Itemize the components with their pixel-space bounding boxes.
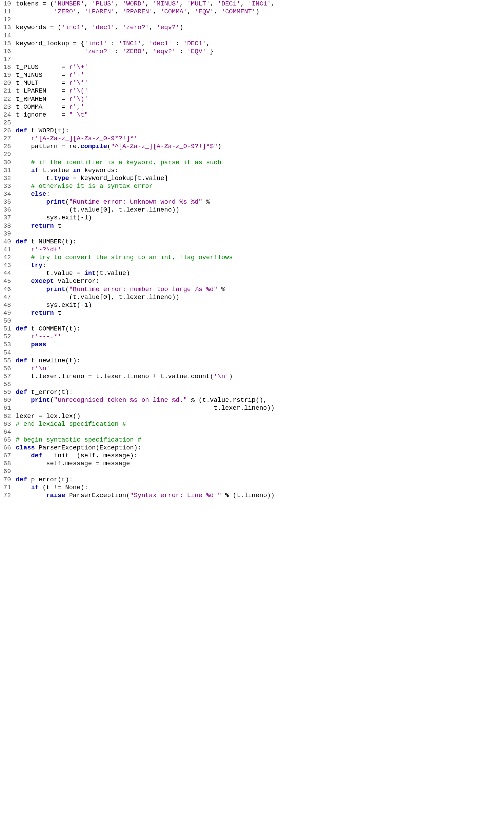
token-pl: ) bbox=[256, 8, 260, 15]
token-pl: t_PLUS = bbox=[16, 64, 69, 71]
token-pl: } bbox=[206, 48, 214, 55]
token-str: "Unrecognised token %s on line %d." bbox=[54, 397, 187, 404]
line-number: 62 bbox=[0, 412, 16, 420]
line-number: 54 bbox=[0, 349, 16, 357]
code-line: 41 r'-?\d+' bbox=[0, 246, 275, 254]
token-kw: def bbox=[16, 476, 27, 483]
code-line: 36 (t.value[0], t.lexer.lineno)) bbox=[0, 206, 275, 214]
line-number: 30 bbox=[0, 159, 16, 167]
token-pl bbox=[16, 198, 46, 206]
line-content: def t_COMMENT(t): bbox=[16, 325, 81, 333]
token-pl: t_ignore = bbox=[16, 111, 69, 119]
line-content: t.lexer.lineno)) bbox=[16, 404, 275, 412]
token-pl: (t.value[0], t.lexer.lineno)) bbox=[16, 294, 179, 301]
token-pl: , bbox=[187, 8, 195, 15]
token-pl: t bbox=[54, 222, 61, 230]
token-pl bbox=[16, 286, 46, 293]
code-line: 61 t.lexer.lineno)) bbox=[0, 404, 275, 412]
token-str: r'\+' bbox=[69, 64, 88, 71]
line-number: 46 bbox=[0, 286, 16, 293]
line-number: 69 bbox=[0, 468, 16, 475]
token-pl: % (t.value.rstrip(), bbox=[187, 397, 267, 404]
token-cm: # begin syntactic specification # bbox=[16, 436, 141, 444]
code-line: 71 if (t != None): bbox=[0, 484, 275, 492]
token-pl: t_NUMBER(t): bbox=[27, 238, 76, 245]
line-content: def t_error(t): bbox=[16, 388, 73, 396]
line-number: 61 bbox=[0, 404, 16, 412]
token-fn: print bbox=[31, 397, 50, 404]
token-str: 'inc1' bbox=[61, 24, 84, 31]
line-number: 49 bbox=[0, 309, 16, 317]
code-line: 43 try: bbox=[0, 262, 275, 269]
code-line: 31 if t.value in keywords: bbox=[0, 167, 275, 174]
token-kw: def bbox=[31, 452, 42, 459]
token-pl: : bbox=[43, 262, 46, 269]
line-number: 32 bbox=[0, 174, 16, 182]
line-content: self.message = message bbox=[16, 460, 130, 468]
token-str: 'INC1' bbox=[248, 0, 271, 8]
line-number: 40 bbox=[0, 238, 16, 246]
token-pl: ParserException( bbox=[65, 492, 130, 499]
line-number: 56 bbox=[0, 365, 16, 373]
line-content: keyword_lookup = {'inc1' : 'INC1', 'dec1… bbox=[16, 40, 210, 48]
code-line: 44 t.value = int(t.value) bbox=[0, 269, 275, 277]
token-cm: # end lexical specification # bbox=[16, 421, 126, 428]
token-pl: t. bbox=[16, 175, 54, 182]
line-content: # begin syntactic specification # bbox=[16, 436, 141, 444]
token-cm: # try to convert the string to an int, f… bbox=[31, 254, 232, 261]
line-number: 66 bbox=[0, 444, 16, 452]
token-pl: t.lexer.lineno)) bbox=[16, 405, 275, 412]
token-pl bbox=[16, 159, 31, 166]
token-str: r'\n' bbox=[31, 365, 50, 372]
token-pl bbox=[16, 310, 31, 317]
line-number: 37 bbox=[0, 214, 16, 222]
line-number: 41 bbox=[0, 246, 16, 254]
line-content: t_COMMA = r',' bbox=[16, 103, 84, 111]
token-pl: , bbox=[210, 0, 217, 8]
code-line: 45 except ValueError: bbox=[0, 277, 275, 285]
code-line: 39 bbox=[0, 230, 275, 238]
token-kw: return bbox=[31, 222, 54, 230]
token-pl: % (t.lineno)) bbox=[221, 492, 275, 499]
token-pl: : bbox=[172, 40, 183, 47]
token-pl: % bbox=[217, 286, 225, 293]
token-pl: sys.exit(-1) bbox=[16, 302, 92, 309]
line-content: pattern = re.compile("^[A-Za-z_][A-Za-z_… bbox=[16, 143, 221, 150]
token-pl bbox=[16, 246, 31, 253]
code-line: 67 def __init__(self, message): bbox=[0, 452, 275, 460]
line-number: 19 bbox=[0, 71, 16, 79]
code-line: 32 t.type = keyword_lookup[t.value] bbox=[0, 174, 275, 182]
line-content: def __init__(self, message): bbox=[16, 452, 137, 460]
token-pl bbox=[16, 492, 46, 499]
token-pl bbox=[16, 365, 31, 372]
line-content: r'-?\d+' bbox=[16, 246, 61, 254]
token-str: 'DEC1' bbox=[218, 0, 241, 8]
code-line: 69 bbox=[0, 468, 275, 475]
line-number: 20 bbox=[0, 79, 16, 87]
token-str: 'EQV' bbox=[195, 8, 214, 15]
line-content: return t bbox=[16, 309, 61, 317]
line-number: 29 bbox=[0, 150, 16, 158]
token-str: 'LPAREN' bbox=[84, 8, 115, 15]
line-number: 12 bbox=[0, 16, 16, 24]
line-content: # try to convert the string to an int, f… bbox=[16, 254, 233, 262]
token-pl: t bbox=[54, 310, 61, 317]
token-str: r'---.*' bbox=[31, 333, 61, 340]
line-number: 68 bbox=[0, 460, 16, 468]
token-pl: , bbox=[115, 0, 122, 8]
token-pl: t_RPAREN = bbox=[16, 96, 69, 103]
token-str: r'-' bbox=[69, 72, 84, 79]
token-pl bbox=[16, 191, 31, 198]
token-pl: : bbox=[176, 48, 187, 55]
token-pl: , bbox=[153, 8, 160, 15]
token-str: r'-?\d+' bbox=[31, 246, 61, 253]
token-pl: tokens = ( bbox=[16, 0, 54, 8]
token-kw: raise bbox=[46, 492, 65, 499]
code-line: 48 sys.exit(-1) bbox=[0, 301, 275, 309]
code-body: 10tokens = ('NUMBER', 'PLUS', 'WORD', 'M… bbox=[0, 0, 275, 499]
line-number: 50 bbox=[0, 317, 16, 325]
code-line: 26def t_WORD(t): bbox=[0, 127, 275, 135]
line-number: 25 bbox=[0, 119, 16, 127]
code-line: 50 bbox=[0, 317, 275, 325]
token-str: 'zero?' bbox=[84, 48, 111, 55]
